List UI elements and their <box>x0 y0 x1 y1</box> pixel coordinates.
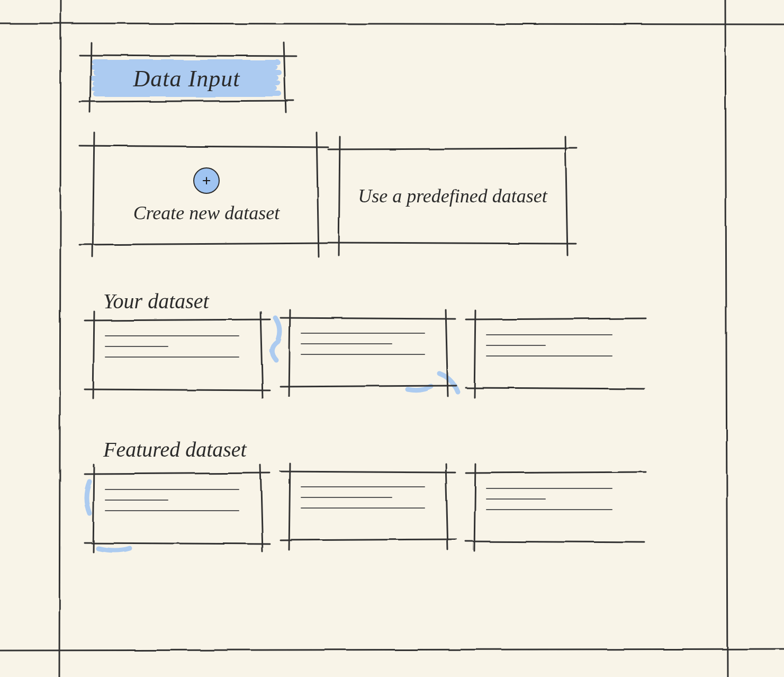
placeholder-lines <box>486 488 619 510</box>
placeholder-lines <box>105 335 246 358</box>
page-title-box: Data Input <box>93 57 281 100</box>
featured-dataset-card[interactable] <box>290 471 446 540</box>
predefined-dataset-card[interactable]: Use a predefined dataset <box>339 146 566 246</box>
featured-datasets-heading: Featured dataset <box>103 437 247 462</box>
featured-dataset-card[interactable] <box>475 473 634 542</box>
create-dataset-label: Create new dataset <box>128 201 285 225</box>
svg-line-3 <box>725 0 727 677</box>
svg-line-28 <box>85 543 270 544</box>
featured-dataset-card[interactable] <box>94 474 261 543</box>
create-dataset-card[interactable]: + Create new dataset <box>93 146 320 246</box>
predefined-dataset-label: Use a predefined dataset <box>353 184 553 208</box>
svg-line-6 <box>90 42 91 112</box>
placeholder-lines <box>105 489 246 511</box>
page-title: Data Input <box>133 65 240 92</box>
your-dataset-card[interactable] <box>290 318 446 387</box>
plus-icon: + <box>193 167 220 194</box>
placeholder-lines <box>486 334 619 357</box>
svg-line-2 <box>59 0 61 677</box>
svg-line-5 <box>79 101 294 102</box>
svg-line-1 <box>0 649 784 651</box>
your-dataset-card[interactable] <box>475 319 634 388</box>
svg-line-0 <box>0 23 784 24</box>
placeholder-lines <box>301 333 431 355</box>
svg-line-7 <box>284 42 286 112</box>
placeholder-lines <box>301 486 431 509</box>
your-dataset-card[interactable] <box>94 320 261 389</box>
svg-line-4 <box>79 55 296 56</box>
svg-line-17 <box>85 389 270 390</box>
your-datasets-heading: Your dataset <box>103 289 209 314</box>
